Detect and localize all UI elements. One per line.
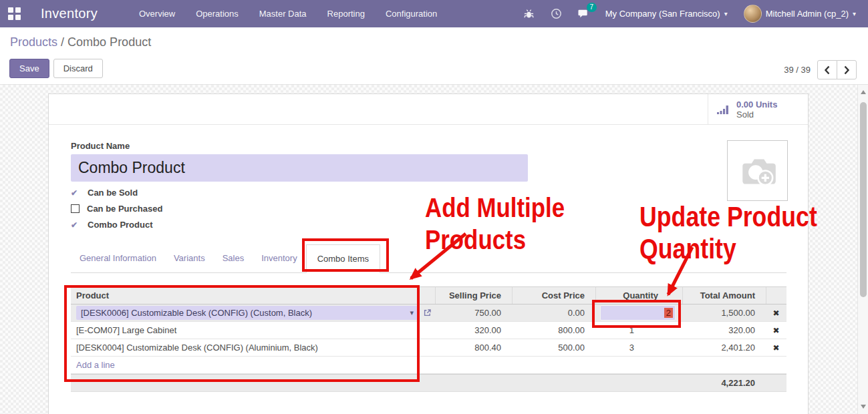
messages-icon[interactable]: 7: [578, 8, 589, 19]
company-name: My Company (San Francisco): [605, 9, 720, 19]
pager-next-button[interactable]: [837, 60, 857, 79]
selling-price-cell: 750.00: [435, 308, 512, 318]
sheet-header: 0.00 Units Sold: [49, 94, 808, 125]
bar-chart-icon: [717, 104, 730, 115]
table-row[interactable]: [E-COM07] Large Cabinet 320.00 800.00 1 …: [71, 322, 786, 339]
table-row[interactable]: [DESK0006] Customizable Desk (CONFIG) (C…: [71, 304, 786, 322]
pager: 39 / 39: [784, 60, 857, 79]
user-menu[interactable]: Mitchell Admin (cp_2) ▾: [744, 5, 856, 23]
tab-sales[interactable]: Sales: [214, 244, 253, 272]
breadcrumb-products-link[interactable]: Products: [10, 35, 57, 49]
user-name: Mitchell Admin (cp_2): [766, 9, 849, 19]
company-switcher[interactable]: My Company (San Francisco) ▾: [605, 9, 728, 19]
menu-overview[interactable]: Overview: [135, 6, 179, 21]
grand-total: 4,221.20: [682, 378, 766, 388]
save-button[interactable]: Save: [9, 59, 49, 78]
tab-combo-items[interactable]: Combo Items: [306, 244, 380, 273]
pager-previous-button[interactable]: [817, 60, 837, 79]
checkbox-combo-product[interactable]: ✔ Combo Product: [71, 220, 162, 230]
product-image-upload[interactable]: [727, 140, 788, 201]
column-total-amount[interactable]: Total Amount: [682, 287, 766, 304]
tab-inventory[interactable]: Inventory: [253, 244, 305, 272]
systray: 7 My Company (San Francisco) ▾ Mitchell …: [523, 5, 868, 23]
camera-plus-icon: [736, 149, 780, 193]
breadcrumb-separator: /: [61, 35, 64, 49]
table-row[interactable]: [DESK0004] Customizable Desk (CONFIG) (A…: [71, 339, 786, 357]
quantity-input-value: 2: [664, 308, 673, 318]
tab-variants[interactable]: Variants: [165, 244, 214, 272]
menu-reporting[interactable]: Reporting: [323, 6, 369, 21]
activities-clock-icon[interactable]: [551, 8, 562, 19]
notebook-tabs: General Information Variants Sales Inven…: [71, 244, 786, 273]
product-cell: [E-COM07] Large Cabinet: [71, 325, 435, 335]
vertical-scrollbar[interactable]: [857, 85, 868, 414]
add-line-row: Add a line: [71, 357, 786, 374]
avatar: [744, 5, 762, 23]
nav-menu: Overview Operations Master Data Reportin…: [135, 6, 441, 21]
tab-general-information[interactable]: General Information: [71, 244, 165, 272]
selling-price-cell: 320.00: [435, 325, 512, 335]
checkbox-can-be-sold[interactable]: ✔ Can be Sold: [71, 188, 162, 198]
units-sold-value: 0.00 Units: [736, 99, 777, 110]
checkbox-label: Combo Product: [88, 220, 153, 230]
units-sold-stat-button[interactable]: 0.00 Units Sold: [708, 94, 808, 125]
combo-items-table: Product Selling Price Cost Price Quantit…: [71, 286, 786, 392]
table-footer-row: 4,221.20: [71, 374, 786, 392]
breadcrumb-current: Combo Product: [67, 35, 151, 49]
selling-price-cell: 800.40: [435, 343, 512, 353]
column-cost-price[interactable]: Cost Price: [512, 287, 595, 304]
apps-menu-icon[interactable]: [8, 7, 21, 20]
content-area: 0.00 Units Sold Product Name Combo Produ…: [0, 85, 868, 414]
app-title[interactable]: Inventory: [41, 6, 98, 21]
column-actions: [766, 287, 786, 304]
product-select[interactable]: [DESK0006] Customizable Desk (CONFIG) (C…: [76, 306, 418, 320]
pager-counter: 39 / 39: [784, 65, 811, 75]
checkbox-label: Can be Purchased: [87, 204, 162, 214]
column-selling-price[interactable]: Selling Price: [435, 287, 512, 304]
cost-price-cell: 500.00: [512, 343, 595, 353]
product-name-input[interactable]: Combo Product: [71, 154, 528, 182]
table-header-row: Product Selling Price Cost Price Quantit…: [71, 286, 786, 304]
quantity-cell: 3: [595, 343, 682, 353]
delete-row-icon[interactable]: ✖: [772, 326, 779, 335]
product-cell: [DESK0004] Customizable Desk (CONFIG) (A…: [71, 343, 435, 353]
checkbox-label: Can be Sold: [88, 188, 138, 198]
menu-operations[interactable]: Operations: [192, 6, 243, 21]
chevron-down-icon: ▾: [724, 10, 728, 17]
total-amount-cell: 2,401.20: [682, 343, 766, 353]
add-a-line-link[interactable]: Add a line: [71, 360, 115, 370]
breadcrumb: Products / Combo Product: [10, 35, 151, 49]
product-name-label: Product Name: [71, 141, 130, 151]
quantity-input[interactable]: 2: [600, 305, 676, 321]
quantity-cell: 1: [595, 325, 682, 335]
delete-row-icon[interactable]: ✖: [772, 308, 779, 318]
control-panel: Products / Combo Product Save Discard 39…: [0, 27, 868, 85]
product-form-sheet: 0.00 Units Sold Product Name Combo Produ…: [48, 93, 809, 414]
scroll-down-icon[interactable]: [861, 405, 866, 409]
message-count-badge: 7: [587, 3, 597, 12]
product-select-value: [DESK0006] Customizable Desk (CONFIG) (C…: [81, 308, 312, 318]
checkbox-can-be-purchased[interactable]: Can be Purchased: [71, 204, 162, 214]
chevron-down-icon: ▾: [410, 308, 414, 317]
total-amount-cell: 1,500.00: [682, 308, 766, 318]
cost-price-cell: 800.00: [512, 325, 595, 335]
menu-configuration[interactable]: Configuration: [382, 6, 441, 21]
external-link-icon[interactable]: [423, 308, 432, 317]
total-amount-cell: 320.00: [682, 325, 766, 335]
units-sold-label: Sold: [736, 110, 754, 120]
top-navbar: Inventory Overview Operations Master Dat…: [0, 0, 868, 27]
scroll-up-icon[interactable]: [861, 90, 866, 94]
delete-row-icon[interactable]: ✖: [772, 343, 779, 353]
checkmark-icon: ✔: [71, 220, 80, 230]
cost-price-cell: 0.00: [512, 308, 595, 318]
checkmark-icon: ✔: [71, 188, 80, 198]
chevron-down-icon: ▾: [853, 10, 856, 17]
empty-checkbox-icon: [71, 204, 80, 213]
discard-button[interactable]: Discard: [53, 59, 103, 78]
debug-bug-icon[interactable]: [523, 8, 535, 19]
column-quantity[interactable]: Quantity: [595, 287, 682, 304]
column-product[interactable]: Product: [71, 287, 435, 304]
scrollbar-thumb[interactable]: [860, 102, 867, 297]
option-checkboxes: ✔ Can be Sold Can be Purchased ✔ Combo P…: [71, 188, 162, 236]
menu-master-data[interactable]: Master Data: [255, 6, 311, 21]
